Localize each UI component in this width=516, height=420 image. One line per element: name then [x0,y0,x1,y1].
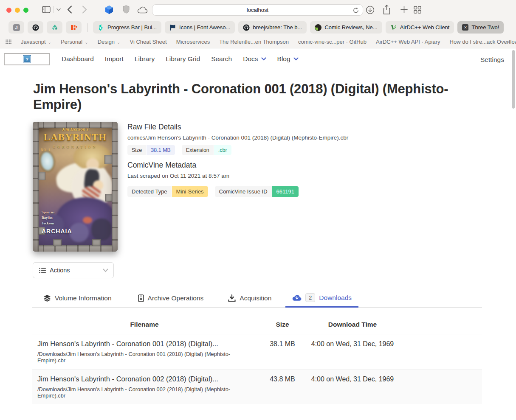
tab-volume-information[interactable]: Volume Information [37,291,118,307]
icloud-icon[interactable] [137,6,148,14]
comicvine-tags: Detected Type Mini-Series ComicVine Issu… [127,186,365,197]
bookmark-folder-design[interactable]: Design⌄ [98,39,121,45]
issue-id-label: ComicVine Issue ID [215,186,272,197]
back-icon[interactable] [67,6,72,14]
detail-tabs: Volume Information Archive Operations Ac… [32,290,482,308]
bookmark-relentless[interactable]: The Relentle...en Thompson [219,39,289,45]
nav-library-grid[interactable]: Library Grid [166,55,200,63]
comicvine-last-scraped: Last scraped on Oct 11 2021 at 8:57 am [127,173,365,179]
privacy-shield-icon[interactable] [123,5,130,14]
nav-label: Blog [277,55,290,63]
comic-cover-image[interactable]: Jim Henson's LABYRINTH CORONATION NO. 1 … [33,122,118,252]
tab-acquisition[interactable]: Acquisition [221,291,278,307]
reload-icon[interactable] [353,7,359,14]
actions-dropdown-button[interactable]: Actions [33,262,114,278]
nav-label: Dashboard [62,55,94,63]
minimize-window-button[interactable] [15,8,20,13]
bookmark-microservices[interactable]: Microservices [176,39,210,45]
favorite-airdc[interactable]: AirDC++ Web Client [386,21,454,34]
browser-titlebar: localhost [0,0,516,19]
favorite-font-awesome[interactable]: Icons | Font Aweso... [165,21,235,34]
extension-tag-value: .cbr [214,145,231,155]
tab-label: Acquisition [240,294,271,302]
share-icon[interactable] [383,5,391,15]
bookmark-label: How do I stre...ack Overflow [450,39,516,45]
favorite-comic-reviews[interactable]: Comic Reviews, Ne... [310,21,382,34]
main-nav: Dashboard Import Library Library Grid Se… [62,55,299,63]
bookmark-comic-vine-scraper[interactable]: comic-vine-sc...per · GitHub [298,39,367,45]
downloads-table-body: Jim Henson's Labyrinth - Coronation 001 … [32,334,482,404]
downloads-icon[interactable] [366,6,375,14]
nav-docs-dropdown[interactable]: Docs [243,55,266,63]
tab-archive-operations[interactable]: Archive Operations [131,291,211,307]
download-filename: Jim Henson's Labyrinth - Coronation 002 … [37,375,253,383]
sidebar-chevron-down-icon[interactable] [56,8,61,11]
site-logo-broken-image[interactable]: ? [4,53,50,65]
bookmarks-grid-icon[interactable] [6,39,11,44]
favorite-orange-site-button[interactable] [66,21,82,34]
flag-favicon [169,24,176,31]
nav-import[interactable]: Import [105,55,124,63]
comicvine-heading: ComicVine Metadata [127,161,365,170]
raw-file-details-section: Raw File Details comics/Jim Henson's Lab… [127,123,365,155]
favorite-github-button[interactable] [28,21,43,34]
table-row[interactable]: Jim Henson's Labyrinth - Coronation 002 … [32,369,482,404]
favorite-progress-bar-bulma[interactable]: Progress Bar | Bul... [93,21,161,34]
nav-search[interactable]: Search [211,55,232,63]
tab-overview-icon[interactable] [414,6,421,14]
bookmark-airdc-api[interactable]: AirDC++ Web API · Apiary [376,39,440,45]
bookmark-folder-personal[interactable]: Personal⌄ [61,39,88,45]
sidebar-toggle-icon[interactable] [42,6,51,13]
table-row[interactable]: Jim Henson's Labyrinth - Coronation 001 … [32,334,482,369]
bookmark-label: AirDC++ Web API · Apiary [376,39,440,45]
three-two-favicon: ✕ [462,24,468,31]
nav-settings[interactable]: Settings [480,56,504,64]
download-time: 4:00 on Wed, 31 Dec, 1969 [308,334,397,369]
cover-credit: Jackson [42,221,55,226]
airdc-favicon [390,24,397,31]
cover-script-title: Jim Henson's [33,126,118,132]
nav-dashboard[interactable]: Dashboard [62,55,94,63]
chevron-down-icon[interactable] [103,269,108,272]
extension-cube-icon[interactable] [104,5,114,14]
bookmark-stackoverflow[interactable]: How do I stre...ack Overflow [450,39,516,45]
download-filename: Jim Henson's Labyrinth - Coronation 001 … [37,340,253,348]
page-scrollbar[interactable] [512,50,515,109]
new-tab-icon[interactable] [400,6,408,13]
issue-id-tag-group: ComicVine Issue ID 661191 [215,186,299,197]
favorites-bar: J Progress Bar | Bul... [0,19,516,36]
bookmark-folder-javascript[interactable]: Javascript⌄ [21,39,51,45]
cloud-download-icon [292,294,302,301]
download-size: 43.8 MB [257,370,308,404]
archive-file-icon [138,294,144,302]
tab-label: Volume Information [55,294,112,302]
nav-label: Import [105,55,124,63]
nav-library[interactable]: Library [135,55,155,63]
detected-type-value: Mini-Series [172,186,208,197]
tab-downloads[interactable]: 2 Downloads [285,290,358,308]
favorite-breejs[interactable]: breejs/bree: The b... [238,21,307,34]
close-window-button[interactable] [6,8,11,13]
favorite-three-two-active[interactable]: ✕ Three Two! [457,21,504,34]
nav-blog-dropdown[interactable]: Blog [277,55,299,63]
cover-credit: Spurrier [42,210,55,215]
favorite-teal-site-button[interactable] [47,21,62,34]
favorite-j-button[interactable]: J [8,21,24,34]
favorite-label: Progress Bar | Bul... [107,24,157,31]
tab-label: Archive Operations [148,294,204,302]
downloads-table: Filename Size Download Time Jim Henson's… [32,316,482,404]
address-bar[interactable]: localhost [152,4,363,16]
bookmark-label: Microservices [176,39,210,45]
raw-file-details-heading: Raw File Details [127,123,365,132]
zoom-window-button[interactable] [23,8,28,13]
list-icon [39,268,46,273]
bookmarks-overflow-chevron[interactable]: » [507,38,510,45]
nav-label: Search [211,55,232,63]
forward-icon[interactable] [82,6,87,14]
downloads-count-badge: 2 [305,293,315,302]
tab-label: Downloads [319,294,352,302]
detected-type-label: Detected Type [127,186,172,197]
download-tray-icon [228,294,236,302]
bookmark-vi-cheat-sheet[interactable]: Vi Cheat Sheet [130,39,166,45]
bookmark-label: The Relentle...en Thompson [219,39,289,45]
